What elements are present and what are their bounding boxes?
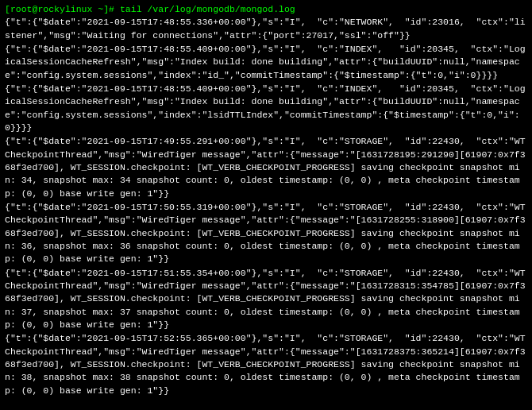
log-line-2: {"t":{"$date":"2021-09-15T17:48:55.409+0… — [5, 43, 527, 82]
log-line-4: {"t":{"$date":"2021-09-15T17:49:55.291+0… — [5, 135, 527, 200]
log-line-1: {"t":{"$date":"2021-09-15T17:48:55.336+0… — [5, 16, 527, 42]
log-line-3: {"t":{"$date":"2021-09-15T17:48:55.409+0… — [5, 83, 527, 134]
terminal-window: [root@rockylinux ~]# tail /var/log/mongo… — [0, 0, 532, 410]
log-line-6: {"t":{"$date":"2021-09-15T17:51:55.354+0… — [5, 267, 527, 332]
log-line-7: {"t":{"$date":"2021-09-15T17:52:55.365+0… — [5, 332, 527, 397]
prompt-line: [root@rockylinux ~]# tail /var/log/mongo… — [5, 3, 527, 16]
log-line-5: {"t":{"$date":"2021-09-15T17:50:55.319+0… — [5, 201, 527, 266]
